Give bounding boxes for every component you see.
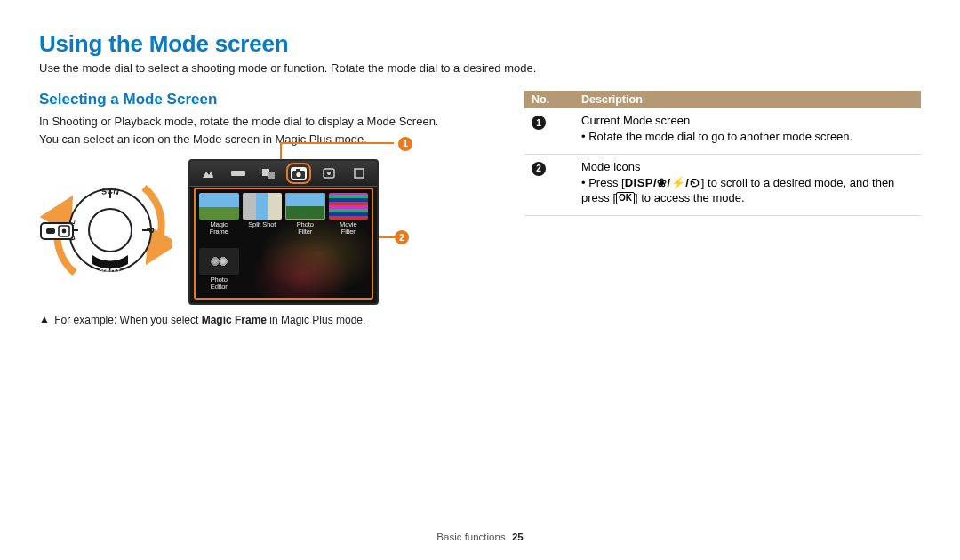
row-number: 2 xyxy=(532,162,546,176)
th-no: No. xyxy=(524,91,574,108)
tile-photo-filter: PhotoFilter xyxy=(285,193,325,244)
svg-point-13 xyxy=(62,229,67,234)
th-desc: Description xyxy=(574,91,921,108)
svg-rect-11 xyxy=(46,228,55,234)
tile-label: MagicFrame xyxy=(210,221,228,236)
scene-icon xyxy=(200,167,216,180)
example-caption: ▲ For example: When you select Magic Fra… xyxy=(39,314,492,326)
body-line-1: In Shooting or Playback mode, rotate the… xyxy=(39,114,492,130)
row-bullet: Press [DISP/❀/⚡/⏲] to scroll to a desire… xyxy=(581,175,914,206)
footer-section: Basic functions xyxy=(436,532,505,542)
tile-split-shot: Split Shot xyxy=(243,193,283,244)
row-bullet: Rotate the mode dial to go to another mo… xyxy=(581,129,914,145)
subheading: Selecting a Mode Screen xyxy=(39,91,492,108)
bullet-before: Press [ xyxy=(588,176,624,189)
tile-movie-filter: MovieFilter xyxy=(329,193,369,244)
tile-magic-frame: MagicFrame xyxy=(199,193,239,244)
tile-label: Split Shot xyxy=(248,221,276,228)
page-title: Using the Mode screen xyxy=(39,30,921,58)
callout-1: 1 xyxy=(398,136,412,151)
description-table: No. Description 1 Current Mode screen Ro… xyxy=(524,91,921,216)
row-title: Mode icons xyxy=(581,160,914,173)
svg-text:SCN: SCN xyxy=(100,187,120,196)
mode-bar xyxy=(190,161,377,187)
svg-point-21 xyxy=(327,172,331,175)
callout-2: 2 xyxy=(379,230,409,244)
svg-rect-18 xyxy=(296,169,300,172)
tile-label: MovieFilter xyxy=(340,221,357,236)
mode-dial-svg: SCN P AUTO DUAL xyxy=(39,159,172,301)
dial-label-scn: SCN xyxy=(100,187,120,196)
mode-dial-figure: SCN P AUTO DUAL xyxy=(39,159,172,301)
panorama-icon xyxy=(230,167,246,180)
camera-screen: MagicFrame Split Shot PhotoFilter MovieF… xyxy=(188,159,379,305)
dual-icon xyxy=(260,167,276,180)
bullet-after: ] to access the mode. xyxy=(635,191,745,204)
callout-line xyxy=(379,236,395,238)
tile-thumb xyxy=(243,193,283,220)
callout-1-number: 1 xyxy=(398,137,412,151)
tile-thumb xyxy=(285,193,325,220)
mode-screen-figure: 1 MagicFrame Split S xyxy=(188,159,393,305)
triangle-bullet-icon: ▲ xyxy=(39,313,50,325)
camera-icon xyxy=(291,167,307,180)
table-row: 2 Mode icons Press [DISP/❀/⚡/⏲] to scrol… xyxy=(524,154,921,215)
row-number: 1 xyxy=(532,116,546,130)
ok-button-icon: OK xyxy=(616,192,635,204)
tile-photo-editor: PhotoEditor xyxy=(199,248,239,300)
intro-text: Use the mode dial to select a shooting m… xyxy=(39,61,921,75)
row-title: Current Mode screen xyxy=(581,114,914,127)
callout-2-number: 2 xyxy=(395,230,409,244)
program-icon xyxy=(351,167,367,180)
tile-label: PhotoFilter xyxy=(297,221,314,236)
caption-bold: Magic Frame xyxy=(202,314,267,326)
svg-point-1 xyxy=(89,209,132,252)
nav-button-icons: DISP/❀/⚡/⏲ xyxy=(625,176,701,189)
dial-label-p: P xyxy=(145,228,155,234)
svg-rect-16 xyxy=(268,172,275,179)
tile-thumb xyxy=(199,193,239,220)
mode-icon-grid: MagicFrame Split Shot PhotoFilter MovieF… xyxy=(196,189,372,298)
caption-suffix: in Magic Plus mode. xyxy=(267,314,365,326)
body-line-2: You can select an icon on the Mode scree… xyxy=(39,132,492,148)
tile-label: PhotoEditor xyxy=(211,276,228,291)
tile-thumb xyxy=(199,248,239,275)
svg-rect-14 xyxy=(231,171,245,176)
svg-rect-22 xyxy=(355,169,364,178)
footer-page-number: 25 xyxy=(512,532,524,542)
auto-icon xyxy=(321,167,337,180)
tile-thumb xyxy=(329,193,369,220)
table-row: 1 Current Mode screen Rotate the mode di… xyxy=(524,108,921,154)
page-footer: Basic functions 25 xyxy=(0,532,960,542)
caption-prefix: For example: When you select xyxy=(54,314,201,326)
svg-text:P: P xyxy=(145,228,155,234)
svg-point-19 xyxy=(296,172,300,176)
